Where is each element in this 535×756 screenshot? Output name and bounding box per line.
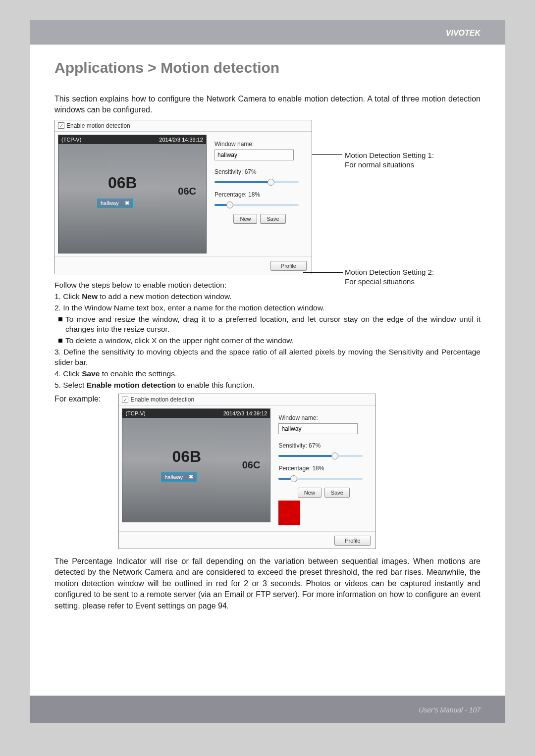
- window-name-input-2[interactable]: [278, 423, 358, 434]
- close-icon[interactable]: ✖: [125, 200, 129, 206]
- new-button[interactable]: New: [233, 214, 257, 224]
- config-screenshot-1: ✓ Enable motion detection (TCP-V) 2014/2…: [54, 120, 312, 274]
- profile-row-2: Profile: [119, 531, 375, 549]
- closing-paragraph: The Percentage Indicator will rise or fa…: [54, 556, 481, 611]
- intro-text: This section explains how to configure t…: [54, 94, 481, 116]
- example-row: For example: ✓ Enable motion detection (…: [54, 394, 481, 549]
- percentage-indicator-bar: [278, 501, 300, 525]
- example-label: For example:: [54, 394, 101, 403]
- enable-checkbox-label: Enable motion detection: [66, 122, 130, 129]
- square-bullet-icon: [58, 317, 62, 321]
- window-name-label: Window name:: [214, 141, 305, 148]
- brand-label: VIVOTEK: [446, 29, 481, 38]
- motion-window-overlay-2[interactable]: hallway ✖: [161, 472, 197, 482]
- camera-overlay-header: (TCP-V) 2014/2/3 14:39:12: [58, 135, 206, 144]
- page-title: Applications > Motion detection: [54, 59, 481, 76]
- annotation-line-2: [303, 272, 343, 273]
- step-2: 2. In the Window Name text box, enter a …: [54, 303, 481, 313]
- header-band: [30, 20, 505, 45]
- camera-preview: (TCP-V) 2014/2/3 14:39:12 06B 06C hallwa…: [58, 135, 207, 253]
- step-1: 1. Click New to add a new motion detecti…: [54, 292, 481, 302]
- close-icon-2[interactable]: ✖: [189, 474, 193, 480]
- step-3: 3. Define the sensitivity to moving obje…: [54, 347, 481, 368]
- enable-checkbox[interactable]: ✓: [58, 122, 64, 129]
- page-number: 107: [469, 706, 481, 714]
- door-label-2: 06C: [178, 186, 196, 197]
- document-page: VIVOTEK Applications > Motion detection …: [30, 20, 505, 723]
- sensitivity-slider-2[interactable]: [278, 451, 363, 460]
- enable-checkbox-label-2: Enable motion detection: [130, 396, 194, 403]
- profile-button[interactable]: Profile: [270, 261, 307, 271]
- settings-panel: Window name: Sensitivity: 67% Percentage…: [210, 132, 310, 256]
- door-label-1b: 06B: [172, 448, 201, 466]
- camera-name: (TCP-V): [61, 137, 81, 143]
- door-label-2b: 06C: [242, 459, 261, 471]
- config-screenshot-2: ✓ Enable motion detection (TCP-V) 2014/2…: [118, 394, 376, 549]
- motion-window-overlay[interactable]: hallway ✖: [97, 199, 133, 208]
- window-name-label-2: Window name:: [278, 414, 369, 421]
- settings-panel-2: Window name: Sensitivity: 67% Percentage…: [273, 405, 374, 531]
- step-2-bullet-1: To move and resize the window, drag it t…: [54, 314, 481, 335]
- annotation-2: Motion Detection Setting 2: For special …: [345, 267, 434, 287]
- camera-timestamp: 2014/2/3 14:39:12: [159, 137, 203, 143]
- motion-window-label-2: hallway: [164, 474, 183, 480]
- sensitivity-label: Sensitivity: 67%: [214, 168, 305, 175]
- percentage-slider[interactable]: [214, 200, 299, 209]
- steps-block: Follow the steps below to enable motion …: [54, 280, 481, 391]
- new-button-2[interactable]: New: [298, 488, 321, 498]
- motion-window-label: hallway: [101, 200, 119, 206]
- square-bullet-icon: [58, 339, 62, 343]
- step-2-bullet-2: To delete a window, click X on the upper…: [54, 336, 481, 346]
- screenshot-1-group: ✓ Enable motion detection (TCP-V) 2014/2…: [54, 120, 481, 274]
- camera-overlay-header-2: (TCP-V) 2014/2/3 14:39:12: [122, 409, 270, 418]
- percentage-label-2: Percentage: 18%: [278, 465, 369, 472]
- percentage-label: Percentage: 18%: [214, 191, 305, 198]
- profile-button-2[interactable]: Profile: [334, 536, 371, 546]
- enable-checkbox-2[interactable]: ✓: [122, 397, 128, 403]
- save-button-2[interactable]: Save: [324, 488, 350, 498]
- camera-timestamp-2: 2014/2/3 14:39:12: [223, 410, 268, 416]
- content-area: Applications > Motion detection This sec…: [54, 20, 481, 611]
- step-4: 4. Click Save to enable the settings.: [54, 369, 481, 379]
- camera-preview-2: (TCP-V) 2014/2/3 14:39:12 06B 06C hallwa…: [122, 408, 270, 522]
- annotation-line-1: [312, 154, 342, 155]
- window-name-input[interactable]: [214, 150, 294, 160]
- annotation-1: Motion Detection Setting 1: For normal s…: [345, 151, 434, 170]
- step-5: 5. Select Enable motion detection to ena…: [54, 380, 481, 391]
- enable-checkbox-row: ✓ Enable motion detection: [55, 120, 312, 132]
- enable-checkbox-row-2: ✓ Enable motion detection: [119, 394, 375, 405]
- profile-row: Profile: [55, 256, 312, 274]
- page-footer: User's Manual - 107: [419, 706, 481, 714]
- sensitivity-label-2: Sensitivity: 67%: [278, 442, 369, 449]
- save-button[interactable]: Save: [260, 214, 285, 224]
- percentage-slider-2[interactable]: [278, 474, 363, 483]
- door-label-1: 06B: [108, 174, 137, 192]
- camera-name-2: (TCP-V): [125, 410, 145, 416]
- sensitivity-slider[interactable]: [214, 177, 299, 186]
